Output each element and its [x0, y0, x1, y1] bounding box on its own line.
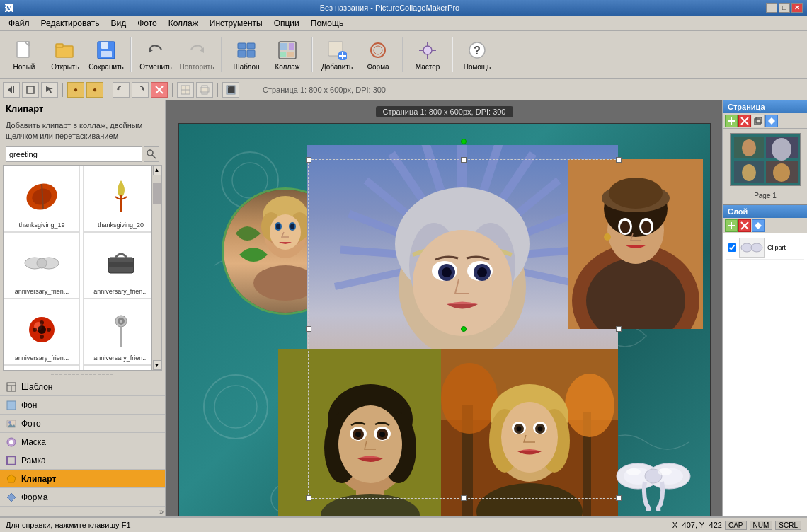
layers-content: Clipart: [723, 233, 807, 516]
canvas-size-label: Страница 1: 800 x 600px, DPI: 300: [376, 106, 513, 117]
toolbar-template[interactable]: Шаблон: [227, 33, 266, 76]
menu-collage[interactable]: Коллаж: [163, 17, 204, 30]
tb2-btn-gold2[interactable]: ●: [86, 82, 103, 98]
pages-title: Страница: [728, 103, 765, 111]
toolbar-open[interactable]: Открыть: [45, 33, 85, 76]
cap-badge: CAP: [725, 521, 747, 530]
tb2-nav1[interactable]: [22, 82, 39, 98]
svg-marker-84: [7, 475, 16, 482]
clipart-item-2[interactable]: thanksgiving_20: [83, 166, 159, 232]
toolbar-undo[interactable]: Отменить: [136, 33, 176, 76]
layers-header: Слой: [723, 205, 807, 218]
clipart-item-7[interactable]: anniversary_frien...: [4, 365, 80, 371]
nav-clipart[interactable]: Клипарт: [0, 470, 165, 488]
svg-point-173: [501, 402, 558, 473]
clipart-name-5: anniversary_frien...: [15, 354, 69, 362]
toolbar-add[interactable]: Добавить: [317, 33, 357, 76]
app-icon: 🖼: [4, 3, 13, 13]
menu-tools[interactable]: Инструменты: [204, 17, 268, 30]
clipart-item-3[interactable]: anniversary_frien...: [4, 232, 80, 299]
scroll-up[interactable]: ▲: [153, 166, 161, 175]
maximize-button[interactable]: □: [779, 3, 790, 13]
svg-line-120: [335, 271, 406, 287]
toolbar-shape[interactable]: Форма: [358, 33, 398, 76]
clipart-item-4[interactable]: anniversary_frien...: [83, 232, 159, 299]
tb2-rotate-left[interactable]: [113, 82, 130, 98]
svg-point-28: [423, 46, 432, 54]
layer-add-btn[interactable]: [725, 219, 738, 232]
panel-expand-button[interactable]: »: [159, 507, 164, 516]
toolbar-collage[interactable]: Коллаж: [268, 33, 307, 76]
nav-shape[interactable]: Форма: [0, 488, 165, 507]
page-settings-btn[interactable]: [765, 115, 778, 127]
clipart-item-1[interactable]: thanksgiving_19: [4, 166, 80, 232]
layer-item-clipart[interactable]: Clipart: [726, 236, 804, 260]
shape-nav-icon: [6, 492, 17, 503]
menu-options[interactable]: Опции: [268, 17, 305, 30]
mask-nav-icon: [6, 436, 17, 448]
tb2-btn6[interactable]: [196, 82, 213, 98]
svg-point-187: [658, 468, 672, 475]
menu-edit[interactable]: Редактировать: [35, 17, 105, 30]
clipart-item-8[interactable]: anniversary_frien...: [83, 365, 159, 371]
scroll-thumb[interactable]: [153, 183, 161, 204]
tb2-btn5[interactable]: [177, 82, 194, 98]
canvas-area: Страница 1: 800 x 600px, DPI: 300: [166, 100, 722, 516]
svg-rect-16: [280, 52, 286, 57]
toolbar-wizard[interactable]: Мастер: [408, 33, 447, 76]
toolbar-help[interactable]: ? Помощь: [457, 33, 497, 76]
toolbar-redo[interactable]: Повторить: [177, 33, 217, 76]
svg-point-202: [742, 164, 756, 181]
nav-mask[interactable]: Маска: [0, 433, 165, 451]
menu-view[interactable]: Вид: [105, 17, 132, 30]
svg-marker-194: [768, 117, 775, 125]
nav-background[interactable]: Фон: [0, 396, 165, 415]
page-dup-btn[interactable]: [752, 115, 765, 127]
close-button[interactable]: ✕: [791, 3, 803, 13]
tb2-select[interactable]: [41, 82, 58, 98]
nav-frame-label: Рамка: [21, 456, 46, 466]
clipart-search: [6, 146, 159, 162]
tb2-prev-page[interactable]: [3, 82, 20, 98]
tb2-btn-gold1[interactable]: ●: [67, 82, 84, 98]
toolbar-new[interactable]: Новый: [4, 33, 44, 76]
page-delete-btn[interactable]: [738, 115, 751, 127]
nav-clipart-label: Клипарт: [21, 474, 56, 484]
menu-file[interactable]: Файл: [3, 17, 35, 30]
menu-photo[interactable]: Фото: [132, 17, 163, 30]
minimize-button[interactable]: —: [766, 3, 777, 13]
canvas-image[interactable]: [178, 123, 711, 516]
nav-frame[interactable]: Рамка: [0, 451, 165, 470]
photo-3-container: [568, 159, 703, 329]
menu-help[interactable]: Помощь: [305, 17, 349, 30]
clipart-item-6[interactable]: anniversary_frien...: [83, 299, 159, 365]
toolbar-save[interactable]: Сохранить: [86, 33, 126, 76]
svg-point-128: [413, 230, 512, 336]
tb2-photo-frame[interactable]: ⬛: [222, 82, 239, 98]
svg-point-201: [772, 138, 791, 161]
clipart-item-5[interactable]: anniversary_frien...: [4, 299, 80, 365]
search-input[interactable]: [6, 146, 142, 162]
svg-rect-11: [238, 50, 246, 57]
scroll-down[interactable]: ▼: [153, 360, 161, 370]
page-add-btn[interactable]: [725, 115, 738, 127]
nav-photo-label: Фото: [21, 419, 41, 429]
pages-header: Страница: [723, 100, 807, 113]
nav-template[interactable]: Шаблон: [0, 378, 165, 396]
nav-photo[interactable]: Фото: [0, 415, 165, 433]
svg-point-46: [147, 150, 153, 156]
canvas-wrapper[interactable]: [178, 123, 711, 516]
page-thumbnail[interactable]: [730, 133, 801, 186]
svg-point-178: [516, 427, 521, 432]
svg-rect-77: [7, 401, 16, 410]
svg-point-134: [477, 267, 487, 277]
tb2-rotate-right[interactable]: [132, 82, 149, 98]
layer-move-btn[interactable]: [752, 219, 765, 232]
search-button[interactable]: [144, 146, 159, 162]
clipart-name-6: anniversary_frien...: [93, 354, 148, 362]
layer-delete-btn[interactable]: [738, 219, 751, 232]
clipart-thumb-1: [13, 172, 70, 221]
layer-visibility-checkbox[interactable]: [728, 243, 736, 252]
tb2-delete[interactable]: [151, 82, 168, 98]
svg-point-23: [374, 46, 382, 54]
